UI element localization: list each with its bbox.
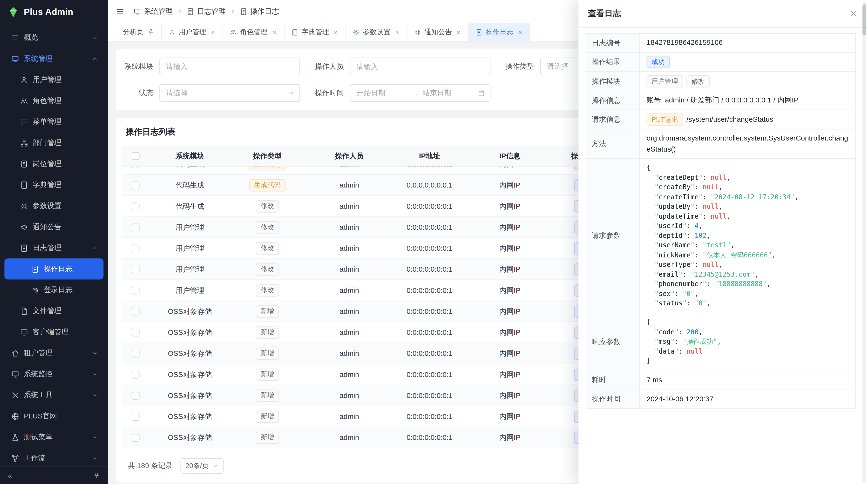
status-select[interactable]: 请选择 <box>159 84 300 102</box>
sidebar-item-dict-mgmt[interactable]: 字典管理 <box>4 174 103 195</box>
request-url: /system/user/changeStatus <box>686 114 773 125</box>
sidebar-item-operation-log[interactable]: 操作日志 <box>4 258 103 279</box>
sidebar-item-tenant-mgmt[interactable]: 租户管理 <box>4 343 103 363</box>
field-label: 操作类型 <box>505 61 534 71</box>
sidebar-item-plus-website[interactable]: PLUS官网 <box>4 406 103 427</box>
col-ip-address: IP地址 <box>395 146 464 166</box>
cell-module: OSS对象存储 <box>149 343 231 364</box>
sidebar-item-log-mgmt[interactable]: 日志管理 <box>4 237 103 258</box>
sidebar-item-role-mgmt[interactable]: 角色管理 <box>4 90 103 111</box>
cell-operator: admin <box>304 174 395 195</box>
tab-notice[interactable]: 通知公告 <box>407 23 469 41</box>
time-range-picker[interactable]: 开始日期 → 结束日期 <box>350 84 490 102</box>
type-tag: 新增 <box>256 347 279 360</box>
cell-operator: admin <box>304 167 395 175</box>
user-icon <box>168 28 175 36</box>
cell-operator: admin <box>304 364 395 385</box>
sidebar-item-notice[interactable]: 通知公告 <box>4 217 103 237</box>
sidebar-item-system-mgmt[interactable]: 系统管理 <box>4 48 103 69</box>
row-checkbox[interactable] <box>132 391 140 399</box>
drawer-title: 查看日志 <box>588 8 621 19</box>
sidebar-item-dept-mgmt[interactable]: 部门管理 <box>4 132 103 153</box>
fingerprint-icon <box>31 286 39 294</box>
row-checkbox[interactable] <box>132 202 140 210</box>
start-date-placeholder[interactable]: 开始日期 <box>356 88 407 98</box>
sidebar-item-post-mgmt[interactable]: 岗位管理 <box>4 153 103 174</box>
row-checkbox[interactable] <box>132 370 140 378</box>
tab-param-settings[interactable]: 参数设置 <box>346 23 407 41</box>
type-tag: 修改 <box>256 200 279 212</box>
sidebar-menu: 概览 系统管理 用户管理 角色管理 菜单管理 部门管理 岗位管理 字典管理 参数… <box>0 24 108 469</box>
hamburger-icon[interactable] <box>116 7 125 16</box>
cell-ip-info: 内网IP <box>464 238 555 259</box>
sidebar-item-overview[interactable]: 概览 <box>4 27 103 48</box>
page-size-select[interactable]: 20条/页 <box>180 458 224 474</box>
response-params-json: { "code": 200, "msg": "操作成功", "data": nu… <box>640 313 855 371</box>
breadcrumb-item-system-mgmt[interactable]: 系统管理 <box>133 6 173 16</box>
tab-dict-mgmt[interactable]: 字典管理 <box>284 23 346 41</box>
drawer-header: 查看日志 <box>579 0 868 28</box>
close-icon[interactable] <box>210 29 216 35</box>
sidebar-item-menu-mgmt[interactable]: 菜单管理 <box>4 111 103 132</box>
breadcrumb-item-log-mgmt[interactable]: 日志管理 <box>187 6 226 16</box>
filter-operation-time: 操作时间 开始日期 → 结束日期 <box>315 84 490 102</box>
close-icon[interactable] <box>517 29 523 35</box>
module-input[interactable] <box>159 58 300 75</box>
row-checkbox[interactable] <box>132 181 140 189</box>
sidebar-item-client-mgmt[interactable]: 客户端管理 <box>4 322 103 343</box>
row-checkbox[interactable] <box>132 350 140 357</box>
log-detail-table: 日志编号 1842781986426159106 操作结果 成功 操作模块 用户… <box>586 33 856 409</box>
select-all-checkbox[interactable] <box>132 152 140 160</box>
row-checkbox[interactable] <box>132 167 140 168</box>
close-icon[interactable] <box>849 9 858 18</box>
sidebar-item-param-settings[interactable]: 参数设置 <box>4 195 103 216</box>
row-checkbox[interactable] <box>132 245 140 252</box>
close-icon[interactable] <box>271 29 277 35</box>
module-tag: 用户管理 <box>647 75 683 88</box>
tab-operation-log[interactable]: 操作日志 <box>468 23 530 41</box>
row-checkbox[interactable] <box>132 413 140 420</box>
row-checkbox[interactable] <box>132 433 140 441</box>
row-checkbox[interactable] <box>132 328 140 336</box>
end-date-placeholder[interactable]: 结束日期 <box>423 88 473 98</box>
operator-input[interactable] <box>350 58 490 75</box>
sidebar-item-test-menu[interactable]: 测试菜单 <box>4 427 103 448</box>
cell-ip-info: 内网IP <box>464 259 555 280</box>
row-checkbox[interactable] <box>132 265 140 273</box>
close-icon[interactable] <box>333 29 339 35</box>
doc-icon <box>31 265 39 273</box>
request-params-json[interactable]: { "createDept": null, "createBy": null, … <box>640 159 855 313</box>
app-logo: Plus Admin <box>0 0 108 24</box>
sidebar-item-system-tools[interactable]: 系统工具 <box>4 385 103 406</box>
cell-ip-info: 内网IP <box>464 280 555 301</box>
breadcrumb-item-operation-log[interactable]: 操作日志 <box>240 6 279 16</box>
type-tag: 修改 <box>256 221 279 233</box>
sidebar-item-workflow[interactable]: 工作流 <box>4 448 103 469</box>
sidebar-item-user-mgmt[interactable]: 用户管理 <box>4 69 103 90</box>
cell-ip-info: 内网IP <box>464 385 555 406</box>
sidebar-item-system-monitor[interactable]: 系统监控 <box>4 363 103 384</box>
close-icon[interactable] <box>394 29 400 35</box>
row-checkbox[interactable] <box>132 286 140 294</box>
tab-role-mgmt[interactable]: 角色管理 <box>223 23 284 41</box>
cell-module: OSS对象存储 <box>149 427 231 448</box>
sidebar-item-file-mgmt[interactable]: 文件管理 <box>4 300 103 322</box>
collapse-sidebar-icon[interactable]: « <box>8 472 12 479</box>
logo-gem-icon <box>7 6 20 18</box>
cell-ip: 0:0:0:0:0:0:0:1 <box>395 301 464 322</box>
cell-ip-info: 内网IP <box>464 364 555 385</box>
pin-icon[interactable] <box>147 28 154 36</box>
log-icon <box>187 7 194 15</box>
sidebar-item-login-log[interactable]: 登录日志 <box>4 279 103 300</box>
app-title: Plus Admin <box>24 7 73 17</box>
row-checkbox[interactable] <box>132 307 140 315</box>
cell-module: 代码生成 <box>149 174 231 195</box>
tab-user-mgmt[interactable]: 用户管理 <box>161 23 223 41</box>
close-icon[interactable] <box>455 29 461 35</box>
filter-status: 状态 请选择 <box>125 84 300 102</box>
pin-icon[interactable] <box>93 472 100 479</box>
scrollbar-thumb[interactable] <box>863 4 866 35</box>
scrollbar-track[interactable] <box>863 2 866 483</box>
tab-analysis[interactable]: 分析页 <box>116 23 161 41</box>
row-checkbox[interactable] <box>132 223 140 231</box>
